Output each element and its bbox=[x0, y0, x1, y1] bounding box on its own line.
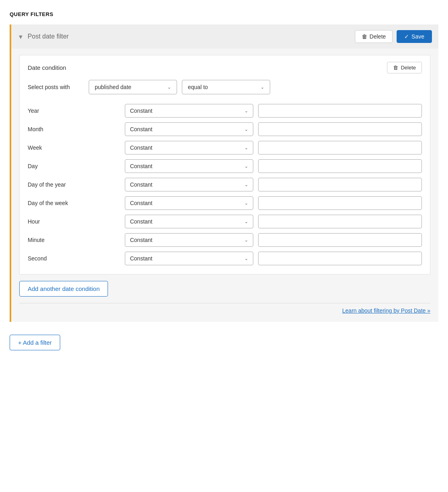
chevron-down-icon: ⌄ bbox=[244, 219, 248, 224]
chevron-down-icon: ⌄ bbox=[167, 85, 171, 90]
chevron-down-icon: ⌄ bbox=[244, 238, 248, 243]
date-field-select-3[interactable]: Constant⌄ bbox=[125, 159, 253, 173]
date-condition-title: Date condition bbox=[28, 64, 66, 71]
date-field-input-5[interactable] bbox=[258, 196, 422, 210]
chevron-down-icon: ⌄ bbox=[244, 256, 248, 261]
filter-header-actions: 🗑 Delete ✓ Save bbox=[355, 30, 432, 43]
delete-filter-label: Delete bbox=[370, 33, 386, 40]
filter-body: Date condition 🗑 Delete Select posts wit… bbox=[11, 49, 438, 322]
date-fields-table: YearConstant⌄MonthConstant⌄WeekConstant⌄… bbox=[28, 102, 422, 268]
chevron-down-icon: ⌄ bbox=[244, 145, 248, 150]
delete-condition-button[interactable]: 🗑 Delete bbox=[387, 62, 422, 73]
filter-footer: Learn about filtering by Post Date » bbox=[19, 303, 430, 314]
query-filters-section: QUERY FILTERS ▼ Post date filter 🗑 Delet… bbox=[10, 11, 438, 350]
filter-title: Post date filter bbox=[28, 33, 69, 40]
date-field-input-7[interactable] bbox=[258, 233, 422, 247]
condition-value: equal to bbox=[188, 84, 208, 90]
select-posts-label: Select posts with bbox=[28, 84, 84, 90]
date-field-label-7: Minute bbox=[28, 231, 125, 249]
filter-block: ▼ Post date filter 🗑 Delete ✓ Save Date … bbox=[10, 24, 438, 322]
date-field-label-8: Second bbox=[28, 249, 125, 268]
check-icon: ✓ bbox=[404, 33, 409, 40]
save-filter-button[interactable]: ✓ Save bbox=[397, 30, 432, 43]
date-field-input-4[interactable] bbox=[258, 178, 422, 191]
add-filter-label: + Add a filter bbox=[18, 339, 52, 346]
add-date-condition-button[interactable]: Add another date condition bbox=[19, 281, 108, 297]
date-field-input-0[interactable] bbox=[258, 104, 422, 118]
chevron-down-icon: ⌄ bbox=[244, 108, 248, 114]
chevron-down-icon: ⌄ bbox=[244, 201, 248, 206]
date-condition-header: Date condition 🗑 Delete bbox=[28, 62, 422, 73]
date-field-row: Day of the yearConstant⌄ bbox=[28, 175, 422, 194]
published-date-value: published date bbox=[95, 84, 131, 90]
date-condition-card: Date condition 🗑 Delete Select posts wit… bbox=[19, 55, 430, 274]
date-field-label-5: Day of the week bbox=[28, 194, 125, 212]
date-field-label-2: Week bbox=[28, 138, 125, 157]
chevron-down-icon: ⌄ bbox=[244, 182, 248, 187]
date-field-input-2[interactable] bbox=[258, 141, 422, 155]
add-filter-button[interactable]: + Add a filter bbox=[10, 335, 60, 350]
date-field-label-1: Month bbox=[28, 120, 125, 138]
chevron-down-icon-2: ⌄ bbox=[261, 85, 264, 90]
date-field-label-0: Year bbox=[28, 102, 125, 120]
trash-icon: 🗑 bbox=[362, 33, 367, 40]
select-posts-row: Select posts with published date ⌄ equal… bbox=[28, 80, 422, 94]
date-field-input-1[interactable] bbox=[258, 122, 422, 136]
date-field-select-5[interactable]: Constant⌄ bbox=[125, 196, 253, 210]
date-field-input-6[interactable] bbox=[258, 215, 422, 228]
chevron-down-icon: ⌄ bbox=[244, 164, 248, 169]
date-field-row: MonthConstant⌄ bbox=[28, 120, 422, 138]
date-field-select-7[interactable]: Constant⌄ bbox=[125, 233, 253, 247]
condition-select[interactable]: equal to ⌄ bbox=[182, 80, 270, 94]
filter-icon: ▼ bbox=[18, 33, 24, 40]
date-field-select-4[interactable]: Constant⌄ bbox=[125, 178, 253, 191]
date-field-select-0[interactable]: Constant⌄ bbox=[125, 104, 253, 118]
filter-header: ▼ Post date filter 🗑 Delete ✓ Save bbox=[11, 24, 438, 49]
date-field-input-3[interactable] bbox=[258, 159, 422, 173]
date-field-row: DayConstant⌄ bbox=[28, 157, 422, 175]
date-field-input-8[interactable] bbox=[258, 252, 422, 265]
filter-header-left: ▼ Post date filter bbox=[18, 33, 69, 40]
date-field-row: Day of the weekConstant⌄ bbox=[28, 194, 422, 212]
date-field-label-6: Hour bbox=[28, 212, 125, 231]
delete-condition-label: Delete bbox=[401, 65, 416, 71]
date-field-row: HourConstant⌄ bbox=[28, 212, 422, 231]
date-field-select-1[interactable]: Constant⌄ bbox=[125, 122, 253, 136]
date-field-row: YearConstant⌄ bbox=[28, 102, 422, 120]
date-field-row: MinuteConstant⌄ bbox=[28, 231, 422, 249]
date-field-select-2[interactable]: Constant⌄ bbox=[125, 141, 253, 155]
date-field-select-8[interactable]: Constant⌄ bbox=[125, 252, 253, 265]
query-filters-label: QUERY FILTERS bbox=[10, 11, 438, 17]
date-field-label-3: Day bbox=[28, 157, 125, 175]
save-filter-label: Save bbox=[411, 33, 424, 40]
learn-link[interactable]: Learn about filtering by Post Date » bbox=[342, 307, 430, 314]
chevron-down-icon: ⌄ bbox=[244, 127, 248, 132]
date-field-label-4: Day of the year bbox=[28, 175, 125, 194]
date-field-row: SecondConstant⌄ bbox=[28, 249, 422, 268]
date-field-select-6[interactable]: Constant⌄ bbox=[125, 215, 253, 228]
date-field-row: WeekConstant⌄ bbox=[28, 138, 422, 157]
delete-filter-button[interactable]: 🗑 Delete bbox=[355, 30, 393, 43]
published-date-select[interactable]: published date ⌄ bbox=[89, 80, 177, 94]
trash-icon-small: 🗑 bbox=[393, 65, 398, 71]
